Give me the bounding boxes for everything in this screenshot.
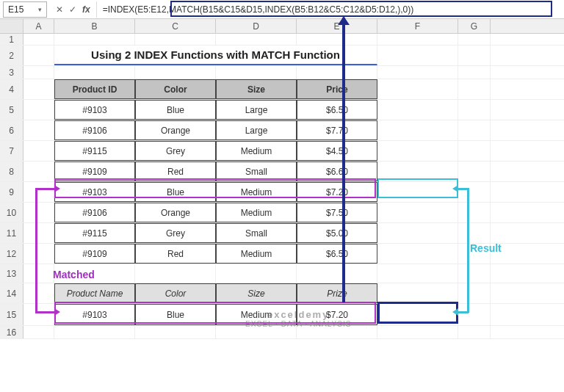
header-color[interactable]: Color [135, 79, 216, 99]
col-header-f[interactable]: F [377, 19, 458, 33]
cell[interactable] [377, 34, 458, 45]
cell[interactable] [377, 283, 458, 303]
lookup-header-prize[interactable]: Prize [297, 283, 377, 303]
cell[interactable] [24, 100, 54, 120]
cell-color[interactable]: Orange [135, 120, 216, 140]
cell[interactable] [24, 34, 54, 45]
cell[interactable] [297, 66, 377, 79]
cell[interactable] [24, 120, 54, 140]
cell[interactable] [24, 304, 54, 325]
cell[interactable] [377, 46, 458, 65]
cell[interactable] [377, 304, 458, 325]
cell[interactable] [458, 100, 491, 120]
select-all-corner[interactable] [0, 19, 24, 33]
cell[interactable] [24, 46, 54, 65]
cell[interactable] [458, 326, 491, 338]
cell[interactable] [377, 120, 458, 140]
cell-color[interactable]: Blue [135, 182, 216, 202]
lookup-header-size[interactable]: Size [216, 283, 297, 303]
cell[interactable] [458, 141, 491, 161]
cell-product-id[interactable]: #9106 [54, 203, 135, 222]
col-header-c[interactable]: C [135, 19, 216, 33]
cell[interactable] [377, 223, 458, 243]
cell[interactable] [458, 283, 491, 303]
cell[interactable] [135, 326, 216, 338]
cell-size[interactable]: Medium [216, 182, 297, 202]
cell[interactable] [135, 66, 216, 79]
cell[interactable] [458, 46, 491, 65]
row-header[interactable]: 7 [0, 141, 24, 161]
cell[interactable] [377, 141, 458, 161]
cell[interactable] [216, 34, 297, 45]
cell-product-id[interactable]: #9103 [54, 182, 135, 202]
row-header[interactable]: 15 [0, 304, 24, 325]
cell[interactable] [377, 161, 458, 181]
cell[interactable] [458, 120, 491, 140]
cell[interactable] [24, 79, 54, 99]
lookup-header-color[interactable]: Color [135, 283, 216, 303]
cell-price[interactable]: $7.70 [297, 120, 377, 140]
cell-size[interactable]: Medium [216, 141, 297, 161]
cell[interactable] [377, 79, 458, 99]
lookup-color[interactable]: Blue [135, 304, 216, 325]
cell[interactable] [458, 223, 491, 243]
cell[interactable] [24, 182, 54, 202]
cell-price[interactable]: $6.60 [297, 161, 377, 181]
cell-price[interactable]: $4.50 [297, 141, 377, 161]
cell-color[interactable]: Grey [135, 223, 216, 243]
cell-size[interactable]: Small [216, 223, 297, 243]
lookup-header-product-name[interactable]: Product Name [54, 283, 135, 303]
lookup-product-id[interactable]: #9103 [54, 304, 135, 325]
cell-price[interactable]: $7.50 [297, 203, 377, 222]
row-header[interactable]: 11 [0, 223, 24, 243]
col-header-b[interactable]: B [54, 19, 135, 33]
cell-size[interactable]: Small [216, 161, 297, 181]
name-box-dropdown-icon[interactable]: ▾ [38, 6, 42, 13]
cell-price[interactable]: $6.50 [297, 100, 377, 120]
cell[interactable] [458, 264, 491, 283]
cell-product-id[interactable]: #9103 [54, 100, 135, 120]
cell-color[interactable]: Orange [135, 203, 216, 222]
col-header-g[interactable]: G [458, 19, 491, 33]
row-header[interactable]: 12 [0, 244, 24, 264]
page-title[interactable]: Using 2 INDEX Functions with MATCH Funct… [54, 46, 377, 65]
row-header[interactable]: 10 [0, 203, 24, 222]
cell-product-id[interactable]: #9109 [54, 244, 135, 264]
row-header[interactable]: 2 [0, 46, 24, 65]
row-header[interactable]: 16 [0, 326, 24, 338]
cell[interactable] [24, 244, 54, 264]
cell-price[interactable]: $5.00 [297, 223, 377, 243]
cell[interactable] [24, 283, 54, 303]
cell-color[interactable]: Grey [135, 141, 216, 161]
row-header[interactable]: 4 [0, 79, 24, 99]
cell-product-id[interactable]: #9106 [54, 120, 135, 140]
row-header[interactable]: 3 [0, 66, 24, 79]
cell-size[interactable]: Large [216, 120, 297, 140]
cell-product-id[interactable]: #9109 [54, 161, 135, 181]
cell[interactable] [377, 203, 458, 222]
row-header[interactable]: 9 [0, 182, 24, 202]
cell[interactable] [297, 264, 377, 283]
cell[interactable] [54, 34, 135, 45]
cell-price[interactable]: $7.20 [297, 182, 377, 202]
cell[interactable] [458, 79, 491, 99]
cell-size[interactable]: Large [216, 100, 297, 120]
cell[interactable] [377, 326, 458, 338]
row-header[interactable]: 5 [0, 100, 24, 120]
row-header[interactable]: 14 [0, 283, 24, 303]
cell[interactable] [24, 223, 54, 243]
cell[interactable] [458, 161, 491, 181]
row-header[interactable]: 8 [0, 161, 24, 181]
cell[interactable] [216, 66, 297, 79]
row-header[interactable]: 1 [0, 34, 24, 45]
col-header-a[interactable]: A [24, 19, 54, 33]
cell[interactable] [458, 182, 491, 202]
cell-price[interactable]: $6.50 [297, 244, 377, 264]
cell[interactable] [216, 264, 297, 283]
col-header-d[interactable]: D [216, 19, 297, 33]
cell[interactable] [24, 326, 54, 338]
cell[interactable] [377, 264, 458, 283]
fx-icon[interactable]: fx [82, 4, 90, 15]
cell[interactable] [377, 244, 458, 264]
name-box[interactable]: E15 ▾ [3, 1, 47, 18]
